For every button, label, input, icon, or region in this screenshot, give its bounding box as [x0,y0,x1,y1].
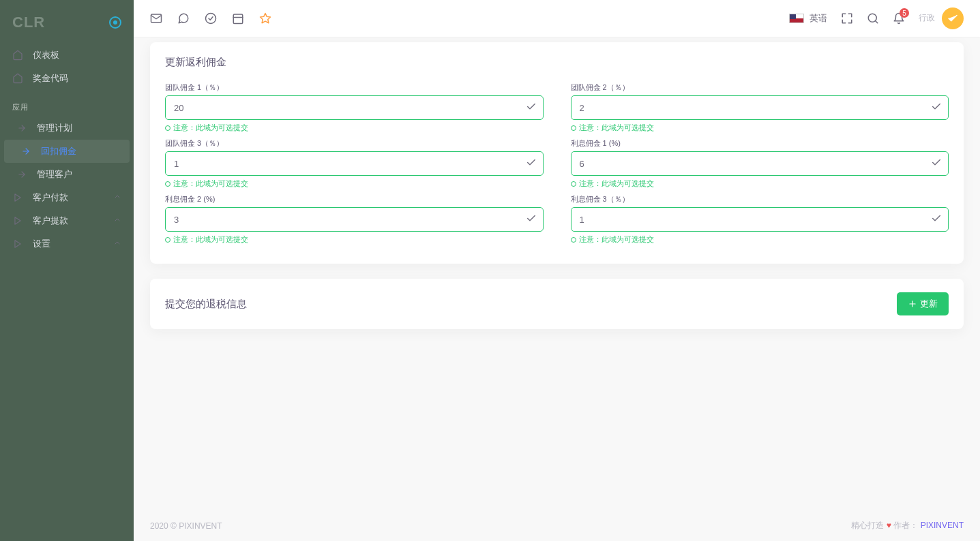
team-commission-1-input[interactable] [165,95,544,120]
home-icon [12,73,23,84]
plus-icon [908,299,917,309]
sidebar-item-manage-plan[interactable]: 管理计划 [0,117,134,140]
sidebar-item-label: 管理客户 [37,168,72,181]
field-team-commission-2: 团队佣金 2（％） 注意：此域为可选提交 [571,82,949,137]
brand-row: CLR [0,7,134,44]
update-button[interactable]: 更新 [897,292,949,315]
play-icon [12,192,23,203]
arrow-right-icon [20,146,31,157]
check-icon [931,102,942,114]
check-icon [526,102,537,114]
sidebar-section-apps: 应用 [0,90,134,117]
content: 更新返利佣金 团队佣金 1（％） 注意：此域为可选提交 团队佣金 2（％） [134,37,980,510]
search-icon[interactable] [867,12,879,25]
footer-copyright: 2020 © PIXINVENT [150,521,222,531]
play-icon [12,215,23,226]
sidebar-item-customer-payment[interactable]: 客户付款 [0,186,134,209]
field-hint: 注意：此域为可选提交 [165,179,544,189]
field-interest-commission-3: 利息佣金 3（％） 注意：此域为可选提交 [571,194,949,249]
sidebar-item-customer-withdraw[interactable]: 客户提款 [0,209,134,232]
maximize-icon[interactable] [841,12,853,25]
footer-credits: 精心打造 ♥ 作者： PIXINVENT [851,520,964,531]
home-icon [12,50,23,61]
sidebar-item-settings[interactable]: 设置 [0,232,134,256]
field-team-commission-1: 团队佣金 1（％） 注意：此域为可选提交 [165,82,544,137]
notification-count-badge: 5 [900,8,909,18]
check-icon [931,213,942,226]
update-button-label: 更新 [920,298,938,310]
rebate-form-card: 更新返利佣金 团队佣金 1（％） 注意：此域为可选提交 团队佣金 2（％） [150,42,964,264]
check-icon [931,157,942,170]
svg-point-7 [206,14,216,24]
sidebar-item-label: 回扣佣金 [41,145,76,157]
svg-rect-8 [233,14,243,24]
chevron-up-icon [113,216,121,226]
footer: 2020 © PIXINVENT 精心打造 ♥ 作者： PIXINVENT [134,510,980,541]
sidebar: CLR 仪表板 奖金代码 应用 管理计划 回扣佣金 管理客户 客户付款 [0,0,134,541]
heart-icon: ♥ [887,521,891,530]
sidebar-item-label: 设置 [33,238,50,250]
sidebar-item-dashboard[interactable]: 仪表板 [0,44,134,67]
svg-marker-5 [15,241,20,248]
sidebar-item-bonuscode[interactable]: 奖金代码 [0,67,134,90]
play-icon [12,238,23,249]
team-commission-3-input[interactable] [165,151,544,176]
topbar: 英语 5 行政 [134,0,980,37]
field-hint: 注意：此域为可选提交 [571,234,949,245]
field-label: 利息佣金 1 (%) [571,138,949,149]
sidebar-item-label: 管理计划 [37,122,72,134]
field-label: 团队佣金 1（％） [165,82,544,93]
user-menu[interactable]: 行政 [919,7,964,29]
sidebar-item-manage-customer[interactable]: 管理客户 [0,163,134,186]
chevron-up-icon [113,239,121,249]
main-area: 英语 5 行政 更新返利佣金 [134,0,980,541]
arrow-right-icon [16,123,27,134]
avatar [942,7,964,29]
submit-card: 提交您的退税信息 更新 [150,279,964,329]
field-label: 利息佣金 3（％） [571,194,949,204]
svg-marker-3 [15,194,20,202]
card-title: 更新返利佣金 [165,56,949,69]
field-hint: 注意：此域为可选提交 [571,179,949,189]
star-icon[interactable] [259,12,271,25]
user-role: 行政 [919,13,935,24]
interest-commission-1-input[interactable] [571,151,949,176]
svg-marker-10 [261,14,271,23]
arrow-right-icon [16,169,27,180]
sidebar-item-label: 奖金代码 [33,72,68,84]
language-label: 英语 [810,12,827,25]
sidebar-item-label: 仪表板 [33,49,59,61]
check-circle-icon[interactable] [205,12,217,25]
mail-icon[interactable] [150,12,162,25]
field-interest-commission-1: 利息佣金 1 (%) 注意：此域为可选提交 [571,138,949,193]
sidebar-item-label: 客户提款 [33,215,68,227]
field-label: 利息佣金 2 (%) [165,194,544,204]
flag-icon [789,14,804,23]
footer-author-link[interactable]: PIXINVENT [921,521,964,530]
submit-title: 提交您的退税信息 [165,298,247,311]
field-hint: 注意：此域为可选提交 [571,123,949,133]
language-selector[interactable]: 英语 [789,12,827,25]
sidebar-item-label: 客户付款 [33,191,68,204]
svg-line-12 [875,20,877,22]
brand-logo: CLR [12,14,45,31]
interest-commission-3-input[interactable] [571,207,949,232]
field-label: 团队佣金 3（％） [165,138,544,149]
chat-icon[interactable] [177,12,190,25]
field-interest-commission-2: 利息佣金 2 (%) 注意：此域为可选提交 [165,194,544,249]
field-label: 团队佣金 2（％） [571,82,949,93]
field-hint: 注意：此域为可选提交 [165,234,544,245]
sidebar-item-rebate-commission[interactable]: 回扣佣金 [4,140,130,163]
team-commission-2-input[interactable] [571,95,949,120]
chevron-up-icon [113,193,121,203]
target-icon[interactable] [109,16,121,29]
field-hint: 注意：此域为可选提交 [165,123,544,133]
interest-commission-2-input[interactable] [165,207,544,232]
check-icon [526,157,537,170]
notifications-button[interactable]: 5 [893,12,905,25]
check-icon [526,213,537,226]
svg-marker-4 [15,217,20,225]
field-team-commission-3: 团队佣金 3（％） 注意：此域为可选提交 [165,138,544,193]
calendar-icon[interactable] [232,12,244,25]
